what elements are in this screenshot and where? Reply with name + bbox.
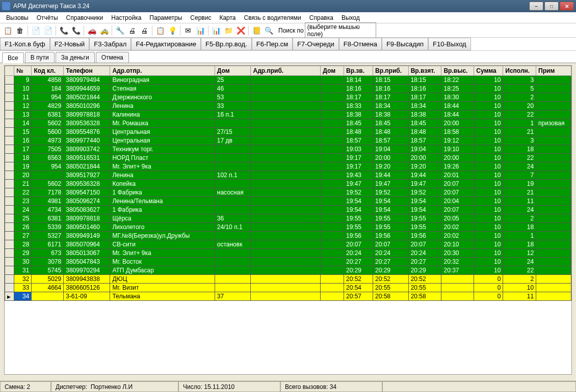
- menu-9[interactable]: Выход: [337, 13, 364, 22]
- table-row[interactable]: 101843809944659Степная4618:1618:1618:161…: [5, 85, 571, 93]
- col-0[interactable]: №: [14, 66, 32, 76]
- col-6[interactable]: Дом: [321, 66, 344, 76]
- toolbar-btn-15[interactable]: 📊: [211, 25, 222, 36]
- toolbar: 📋🗑📄📄📞📞🚗🚕🔧🖨🖨📋💡✉📊📊📁❌📒🔍Поиск по(выберите мы…: [0, 23, 576, 38]
- tab-2[interactable]: За деньги: [56, 52, 95, 63]
- menu-8[interactable]: Справка: [305, 13, 337, 22]
- menu-1[interactable]: Отчёты: [33, 13, 62, 22]
- minimize-button[interactable]: –: [529, 2, 543, 11]
- toolbar-btn-14[interactable]: 📊: [195, 25, 206, 36]
- menu-2[interactable]: Справочники: [62, 13, 108, 22]
- table-row[interactable]: 119543805021844Дзержинского5318:1718:171…: [5, 93, 571, 102]
- table-row[interactable]: 948583809979494Виноградная2518:1418:1518…: [5, 76, 571, 85]
- menu-0[interactable]: Вызовы: [2, 13, 33, 22]
- calls-grid[interactable]: №Код кл.ТелефонАдр.отпр.ДомАдр.приб.ДомВ…: [4, 65, 572, 375]
- toolbar-btn-0[interactable]: 📋: [2, 25, 13, 36]
- menu-5[interactable]: Сервис: [186, 13, 215, 22]
- toolbar-btn-16[interactable]: 📁: [223, 25, 234, 36]
- fkey-9[interactable]: F9-Высадип: [382, 38, 428, 50]
- table-row[interactable]: 2653393809501460Лихолетого24/10 п.119:55…: [5, 223, 571, 232]
- table-row[interactable]: 199543805021844Мг. Элит+ 9ка19:1719:2019…: [5, 162, 571, 171]
- toolbar-btn-12[interactable]: 💡: [167, 25, 178, 36]
- table-row[interactable]: 203809517927Ленина102 п.119:4319:4419:44…: [5, 171, 571, 180]
- tab-1[interactable]: В пути: [25, 52, 55, 63]
- toolbar-btn-9[interactable]: 🖨: [126, 25, 138, 36]
- fkey-2[interactable]: F2-Новый: [50, 38, 90, 50]
- col-2[interactable]: Телефон: [64, 66, 110, 76]
- table-row[interactable]: 2156023809536328Копейка19:4719:4719:4720…: [5, 180, 571, 188]
- table-row[interactable]: 343-61-09Тельмана3720:5720:5820:58011: [5, 292, 571, 301]
- window-title: АРМ Диспетчер Такси 3.24: [13, 3, 529, 10]
- col-1[interactable]: Код кл.: [32, 66, 64, 76]
- toolbar-btn-1[interactable]: 🗑: [14, 25, 25, 36]
- col-8[interactable]: Вр.приб.: [373, 66, 409, 76]
- close-button[interactable]: ✕: [560, 2, 574, 11]
- table-row[interactable]: 24473438050836271 Фабрика19:5419:5419:54…: [5, 206, 571, 214]
- fkey-4[interactable]: F4-Редактирование: [131, 38, 201, 50]
- fkey-3[interactable]: F3-Забрал: [89, 38, 131, 50]
- table-row[interactable]: 3030783805047843Мг. Восток20:2720:2720:2…: [5, 258, 571, 266]
- toolbar-btn-5[interactable]: 📞: [70, 25, 82, 36]
- toolbar-btn-7[interactable]: 🚕: [98, 25, 110, 36]
- table-row[interactable]: 3250293809943838ДЮЦ20:5220:5220:5202: [5, 275, 571, 284]
- table-row[interactable]: 1363813809978818Калинина16 п.118:3818:38…: [5, 110, 571, 119]
- table-row[interactable]: 2349813805096274Ленина/Тельмана19:5419:5…: [5, 197, 571, 206]
- status-smena: Смена: 2: [0, 381, 51, 392]
- col-11[interactable]: Сумма: [474, 66, 503, 76]
- toolbar-btn-2[interactable]: 📄: [30, 25, 41, 36]
- search-field[interactable]: (выберите мышью поле): [305, 22, 376, 39]
- fkey-8[interactable]: F8-Отмена: [339, 38, 382, 50]
- col-7[interactable]: Вр.зв.: [344, 66, 373, 76]
- table-row[interactable]: 2861713805070964СВ-ситиостановк20:0720:0…: [5, 240, 571, 249]
- toolbar-btn-10[interactable]: 🖨: [139, 25, 150, 36]
- table-row[interactable]: 1865633809516531НОРД Пласт19:1720:0020:0…: [5, 154, 571, 162]
- col-9[interactable]: Вр.взят.: [408, 66, 441, 76]
- col-12[interactable]: Исполн.: [503, 66, 536, 76]
- table-row[interactable]: 1456023809536328Мг. Ромашка18:4518:4518:…: [5, 119, 571, 128]
- title-bar: АРМ Диспетчер Такси 3.24 – □ ✕: [0, 0, 576, 12]
- table-row[interactable]: 2753273809949149МГ.№8(Березка)ул.Дружбы1…: [5, 232, 571, 240]
- col-3[interactable]: Адр.отпр.: [110, 66, 215, 76]
- toolbar-btn-8[interactable]: 🔧: [114, 25, 125, 36]
- toolbar-btn-11[interactable]: 📋: [154, 25, 166, 36]
- fkey-10[interactable]: F10-Выход: [428, 38, 471, 50]
- toolbar-btn-3[interactable]: 📄: [42, 25, 54, 36]
- table-row[interactable]: 3157453809970294АТП Думбасар20:2920:2920…: [5, 266, 571, 275]
- fkey-5[interactable]: F5-Вр.пр.вод.: [201, 38, 252, 50]
- app-icon: [2, 2, 10, 10]
- toolbar-btn-4[interactable]: 📞: [58, 25, 69, 36]
- search-label: Поиск по: [278, 27, 304, 34]
- toolbar-btn-19[interactable]: 🔍: [263, 25, 274, 36]
- table-row[interactable]: 1556003809554876Центральная27/1518:4818:…: [5, 128, 571, 136]
- table-row[interactable]: 1248293805010296Ленина3318:3318:3418:341…: [5, 102, 571, 110]
- table-row[interactable]: 1775053809903742Техникум торг.19:0319:04…: [5, 145, 571, 154]
- col-10[interactable]: Вр.выс.: [441, 66, 474, 76]
- menu-4[interactable]: Параметры: [145, 13, 186, 22]
- table-row[interactable]: 1649733809977440Центральная17 дв18:5718:…: [5, 136, 571, 145]
- table-row[interactable]: 22717838095471501 Фабриканасосная19:5219…: [5, 188, 571, 197]
- toolbar-btn-13[interactable]: ✉: [182, 25, 194, 36]
- tab-0[interactable]: Все: [2, 52, 24, 63]
- table-row[interactable]: 2563813809978818Щёрса3619:5519:5519:5520…: [5, 214, 571, 223]
- status-date: Число: 15.11.2010: [178, 381, 280, 392]
- maximize-button[interactable]: □: [544, 2, 559, 11]
- col-13[interactable]: Прим: [536, 66, 571, 76]
- status-dispatcher: Диспетчер: Портненко Л.И: [51, 381, 178, 392]
- col-4[interactable]: Дом: [215, 66, 251, 76]
- tab-3[interactable]: Отмена: [96, 52, 129, 63]
- fkey-6[interactable]: F6-Пер.см: [252, 38, 293, 50]
- menu-3[interactable]: Настройка: [107, 13, 145, 22]
- toolbar-btn-17[interactable]: ❌: [235, 25, 246, 36]
- toolbar-btn-6[interactable]: 🚗: [86, 25, 97, 36]
- menu-7[interactable]: Связь с водителями: [240, 13, 305, 22]
- status-total: Всего вызовов: 34: [280, 381, 382, 392]
- fkey-bar: F1-Коп.в буфF2-НовыйF3-ЗабралF4-Редактир…: [0, 38, 576, 51]
- status-spacer: [382, 381, 576, 392]
- col-5[interactable]: Адр.приб.: [251, 66, 321, 76]
- toolbar-btn-18[interactable]: 📒: [251, 25, 262, 36]
- table-row[interactable]: 296733805013067Мг. Элит+ 9ка20:2420:2420…: [5, 249, 571, 258]
- fkey-1[interactable]: F1-Коп.в буф: [0, 38, 50, 50]
- menu-6[interactable]: Карта: [215, 13, 240, 22]
- fkey-7[interactable]: F7-Очереди: [293, 38, 339, 50]
- table-row[interactable]: 3346643806605126Мг. Визит20:5420:5520:55…: [5, 284, 571, 292]
